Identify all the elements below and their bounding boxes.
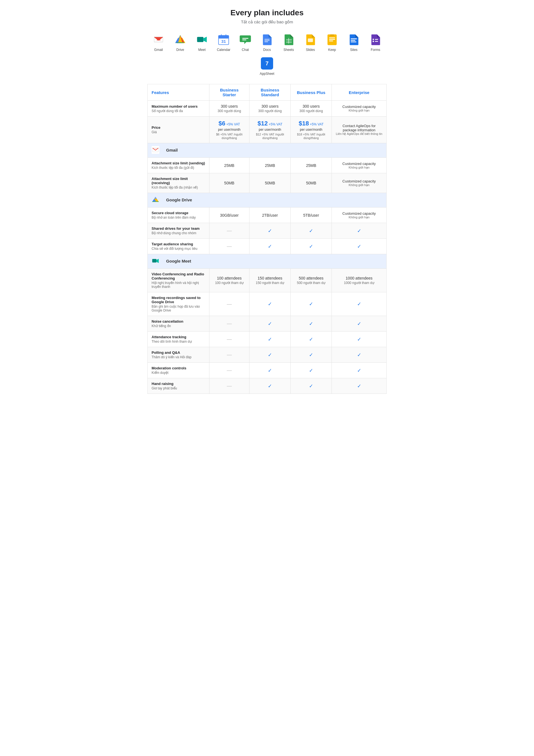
cell-value: 300 users [213, 104, 246, 108]
feature-name: Noise cancellation [151, 319, 205, 323]
table-cell: ✓ [291, 363, 332, 378]
table-cell: Customized capacityKhông giới hạn [332, 101, 387, 117]
app-icon-calendar: 31 Calendar [215, 33, 232, 52]
feature-sub: Bộ nhớ an toàn trên đám mây [151, 216, 205, 219]
table-cell: $12 +5% VATper user/month$12 +5% VAT /ng… [250, 117, 291, 143]
price-display: $6 +5% VATper user/month [213, 120, 246, 132]
col-header-plus: Business Plus [291, 84, 332, 101]
table-row: Attachment size limit (sending) Kích thư… [148, 158, 387, 173]
price-amount: $18 [299, 120, 309, 127]
section-header-cell: Gmail [148, 143, 387, 158]
table-cell: 2TB/user [250, 207, 291, 223]
feature-sub: Giơ tay phát biểu [151, 386, 205, 390]
feature-name: Secure cloud storage [151, 211, 205, 215]
cell-custom: Customized capacity [336, 105, 383, 109]
table-cell: 500 attendees500 người tham dự [291, 269, 332, 292]
cell-custom: Customized capacity [336, 162, 383, 166]
checkmark-icon: ✓ [309, 321, 313, 327]
app-icon-appsheet: 7 AppSheet [259, 57, 275, 76]
checkmark-icon: ✓ [357, 368, 361, 373]
section-icon-label: Google Drive [151, 196, 192, 203]
checkmark-icon: ✓ [309, 368, 313, 373]
svg-rect-32 [351, 40, 356, 41]
checkmark-icon: ✓ [309, 301, 313, 307]
feature-sub: Kích thước tệp tối đa (gửi đi) [151, 166, 205, 170]
app-icons-row: M Gmail [147, 33, 387, 76]
price-vat: +5% VAT [309, 122, 324, 126]
svg-rect-37 [375, 41, 378, 42]
table-cell: — [209, 316, 250, 332]
checkmark-icon: ✓ [268, 368, 272, 373]
feature-cell: Video Conferencing and Radio Conferencin… [148, 269, 209, 292]
section-icon-label: Google Meet [151, 257, 191, 265]
checkmark-icon: ✓ [268, 383, 272, 389]
cell-value: 2TB/user [254, 213, 286, 218]
feature-cell: Hand raising Giơ tay phát biểu [148, 378, 209, 394]
svg-rect-19 [264, 40, 270, 41]
app-label-keep: Keep [328, 48, 336, 52]
feature-cell: Noise cancellation Khử tiếng ồn [148, 316, 209, 332]
feature-sub: Số người dùng tối đa [151, 109, 205, 113]
cell-custom-sub: Không giới hạn [336, 166, 383, 169]
feature-name: Polling and Q&A [151, 350, 205, 355]
table-cell: — [209, 363, 250, 378]
table-cell: ✓ [250, 292, 291, 316]
table-cell: 50MB [250, 173, 291, 193]
cell-sub: 500 người tham dự [295, 281, 328, 285]
checkmark-icon: ✓ [357, 352, 361, 358]
table-row: Attendance tracking Theo dõi tình hình t… [148, 332, 387, 347]
cell-value: 30GB/user [213, 213, 246, 218]
app-icon-chat: Chat [237, 33, 254, 52]
section-header-cell: Google Drive [148, 193, 387, 207]
checkmark-icon: ✓ [268, 244, 272, 249]
feature-sub: Kiểm duyệt [151, 371, 205, 375]
table-row: Hand raising Giơ tay phát biểu —✓✓✓ [148, 378, 387, 394]
feature-cell: Price Giá [148, 117, 209, 143]
table-cell: 30GB/user [209, 207, 250, 223]
section-header-row: Gmail [148, 143, 387, 158]
svg-rect-36 [373, 41, 374, 42]
table-row: Video Conferencing and Radio Conferencin… [148, 269, 387, 292]
cell-sub: 300 người dùng [295, 109, 328, 113]
feature-cell: Shared drives for your team Bộ nhớ dùng … [148, 223, 209, 239]
section-header-row: Google Meet [148, 254, 387, 269]
cell-value: 1000 attendees [336, 276, 383, 280]
cell-value: 50MB [254, 181, 286, 185]
table-row: Secure cloud storage Bộ nhớ an toàn trên… [148, 207, 387, 223]
feature-name: Video Conferencing and Radio Conferencin… [151, 272, 205, 280]
svg-text:7: 7 [265, 60, 268, 67]
feature-name: Shared drives for your team [151, 227, 205, 230]
feature-sub: Bộ nhớ dùng chung cho nhóm [151, 231, 205, 235]
cell-sub: 100 người tham dự [213, 281, 246, 285]
app-icon-gmail: M Gmail [150, 33, 167, 52]
cell-value: 500 attendees [295, 276, 328, 280]
price-per: per user/month [259, 128, 281, 132]
cell-value: 150 attendees [254, 276, 286, 280]
feature-cell: Target audience sharing Chia sẻ với đối … [148, 239, 209, 254]
page-wrapper: Every plan includes Tất cả các gói đều b… [142, 0, 392, 402]
app-icon-slides: Slides [302, 33, 319, 52]
cell-custom-sub: Không giới hạn [336, 216, 383, 219]
feature-cell: Secure cloud storage Bộ nhớ an toàn trên… [148, 207, 209, 223]
table-cell: 5TB/user [291, 207, 332, 223]
table-row: Shared drives for your team Bộ nhớ dùng … [148, 223, 387, 239]
table-cell: — [209, 332, 250, 347]
table-cell: $18 +5% VATper user/month$18 +5% VAT /ng… [291, 117, 332, 143]
cell-value: 5TB/user [295, 213, 328, 218]
feature-sub: Hội nghị truyền hình và hội nghị truyền … [151, 281, 205, 289]
checkmark-icon: ✓ [268, 228, 272, 234]
table-cell: — [209, 292, 250, 316]
feature-sub: Giá [151, 130, 205, 134]
table-cell: ✓ [250, 316, 291, 332]
cell-value: 100 attendees [213, 276, 246, 280]
svg-rect-16 [242, 38, 248, 39]
table-cell: ✓ [250, 378, 291, 394]
svg-rect-27 [330, 35, 334, 36]
table-cell: ✓ [291, 239, 332, 254]
feature-name: Maximum number of users [151, 104, 205, 108]
app-label-forms: Forms [371, 48, 380, 52]
checkmark-icon: ✓ [268, 352, 272, 358]
table-cell: 50MB [209, 173, 250, 193]
app-label-chat: Chat [242, 48, 249, 52]
app-icon-meet: Meet [194, 33, 210, 52]
